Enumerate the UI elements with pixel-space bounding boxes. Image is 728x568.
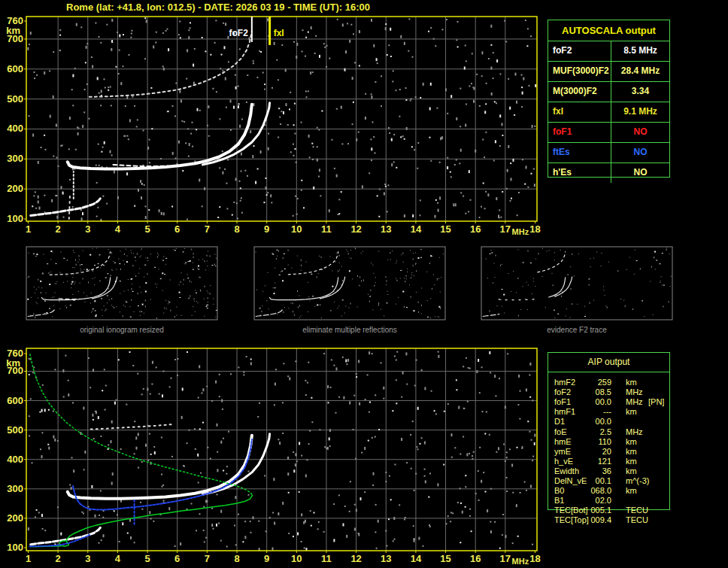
second-hop-path <box>89 32 252 97</box>
aip-row-foE: foE2.5MHz <box>548 427 679 437</box>
aip-row-TEC[Bot]: TEC[Bot]005.1TECU <box>548 506 679 515</box>
svg-text:16: 16 <box>470 223 481 235</box>
top-ionogram-plot-grid <box>26 17 537 221</box>
hop-dots-path <box>91 424 174 430</box>
aip-param-name: hmF2 <box>554 378 575 387</box>
aip-header-divider <box>548 372 670 372</box>
top-ionogram-plot-noise <box>27 17 536 222</box>
svg-text:11: 11 <box>321 553 332 564</box>
svg-text:10: 10 <box>291 223 302 235</box>
bottom-profile-plot-x-unit: MHz <box>512 557 529 566</box>
bottom-profile-plot-border <box>26 348 537 551</box>
svg-text:18: 18 <box>529 223 540 235</box>
bottom-profile-plot-axis-labels: 123456789101112131415161718MHz1002003004… <box>6 348 541 566</box>
svg-text:100: 100 <box>7 542 23 553</box>
aip-param-unit: TECU <box>626 506 648 515</box>
autoscala-param-value: 9.1 MHz <box>611 102 669 122</box>
thumbnail-panel-2 <box>254 247 445 320</box>
aip-param-value: 20 <box>575 447 611 456</box>
autoscala-row-h'Es: h'EsNO <box>548 163 669 183</box>
bottom-profile-plot-grid <box>26 348 537 551</box>
autoscala-param-value: NO <box>611 123 669 142</box>
svg-text:500: 500 <box>7 93 23 105</box>
svg-text:6: 6 <box>174 553 180 564</box>
aip-param-unit: km <box>626 407 637 416</box>
autoscala-param-name: h'Es <box>548 163 611 183</box>
autoscala-table-header: AUTOSCALA output <box>548 20 669 41</box>
svg-text:4: 4 <box>115 553 121 564</box>
autoscala-param-name: foF1 <box>548 123 611 142</box>
svg-text:7: 7 <box>205 223 210 235</box>
aip-row-foF1: foF100.0MHz[PN] <box>548 397 679 407</box>
f2-x-rise-path <box>202 103 269 165</box>
bottom-profile-plot-y-unit: km <box>6 357 20 369</box>
aip-param-unit: m^(-3) <box>626 476 649 485</box>
svg-text:15: 15 <box>440 223 450 235</box>
autoscala-param-value: 3.34 <box>611 82 669 102</box>
svg-text:200: 200 <box>7 512 23 524</box>
aip-param-name: B1 <box>554 496 564 505</box>
bottom-profile-plot: 123456789101112131415161718MHz1002003004… <box>6 348 541 566</box>
svg-text:15: 15 <box>440 553 450 564</box>
aip-param-name: hmE <box>554 437 572 446</box>
svg-text:300: 300 <box>7 483 23 494</box>
svg-text:13: 13 <box>381 553 391 564</box>
thumbnail-caption-original: original ionogram resized <box>26 326 217 334</box>
aip-param-note: [PN] <box>648 397 664 406</box>
aip-param-unit: km <box>626 378 637 387</box>
aip-row-B1: B102.0 <box>548 496 679 506</box>
svg-text:11: 11 <box>321 223 332 235</box>
autoscala-row-foF2: foF28.5 MHz <box>548 41 669 62</box>
aip-param-value: 36 <box>575 466 611 475</box>
aip-param-name: B0 <box>554 486 564 495</box>
autoscala-row-MUF(3000)F2: MUF(3000)F228.4 MHz <box>548 62 669 82</box>
aip-param-value: 2.5 <box>575 427 611 436</box>
aip-param-value: 259 <box>575 378 611 387</box>
aip-row-hmF2: hmF2259km <box>548 378 679 387</box>
aip-param-value: 068.0 <box>575 486 611 495</box>
autoscala-param-name: MUF(3000)F2 <box>548 62 611 81</box>
aip-row-DelN_vE: DelN_vE00.1m^(-3) <box>548 476 679 486</box>
svg-text:16: 16 <box>470 553 481 564</box>
autoscala-row-M(3000)F2: M(3000)F23.34 <box>548 82 669 102</box>
aip-param-unit: MHz <box>626 397 643 406</box>
autoscala-row-fxI: fxI9.1 MHz <box>548 102 669 123</box>
autoscala-table-rows: foF28.5 MHzMUF(3000)F228.4 MHzM(3000)F23… <box>548 41 669 183</box>
autoscala-row-foF1: foF1NO <box>548 123 669 143</box>
thumbnail-panel-1 <box>26 247 217 320</box>
aip-param-unit: km <box>626 437 637 446</box>
aip-row-D1: D100.0 <box>548 417 679 427</box>
autoscala-row-ftEs: ftEsNO <box>548 143 669 163</box>
f2-x-rise-path <box>202 434 269 495</box>
svg-text:8: 8 <box>234 553 239 564</box>
svg-text:6: 6 <box>174 223 180 235</box>
thumbnail-panel-3 <box>481 247 672 320</box>
bottom-profile-plot-series <box>30 354 270 547</box>
svg-text:5: 5 <box>144 223 150 235</box>
svg-text:13: 13 <box>381 223 391 235</box>
autoscala-param-name: ftEs <box>548 143 611 163</box>
aip-param-value: 110 <box>575 437 611 446</box>
f2-x-flat-path <box>114 165 168 166</box>
aip-param-unit: TECU <box>626 515 648 524</box>
top-ionogram-plot: 123456789101112131415161718MHz1002003004… <box>6 15 541 236</box>
aip-param-value: --- <box>575 407 611 416</box>
aip-param-name: foF1 <box>554 397 571 406</box>
top-ionogram-plot-y-unit: km <box>6 25 20 36</box>
autoscala-param-value: NO <box>611 163 669 183</box>
aip-row-foF2: foF208.5MHz <box>548 387 679 397</box>
autoscala-param-name: M(3000)F2 <box>548 82 611 102</box>
aip-param-value: 08.5 <box>575 387 611 396</box>
top-ionogram-plot-series <box>31 32 270 220</box>
e-trace-path <box>31 527 102 545</box>
autoscala-screen: Rome (lat: +41.8, lon: 012.5) - DATE: 20… <box>0 0 728 568</box>
aip-row-ymE: ymE20km <box>548 447 679 457</box>
svg-text:400: 400 <box>7 454 23 465</box>
aip-param-value: 00.1 <box>575 476 611 485</box>
svg-text:200: 200 <box>7 183 23 194</box>
aip-param-unit: km <box>626 486 637 495</box>
aip-row-hmE: hmE110km <box>548 437 679 447</box>
aip-param-value: 121 <box>575 457 611 466</box>
autoscala-param-name: fxI <box>548 102 611 122</box>
aip-param-unit: km <box>626 447 637 456</box>
